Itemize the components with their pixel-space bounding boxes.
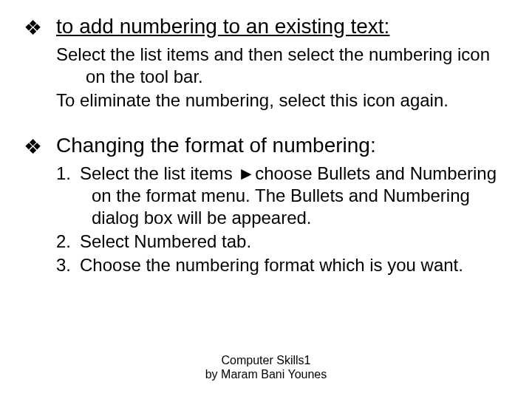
list-number: 3. — [56, 254, 80, 276]
list-item: 2.Select Numbered tab. — [56, 231, 502, 253]
section-heading: to add numbering to an existing text: — [56, 13, 389, 39]
list-item: 1.Select the list items ►choose Bullets … — [56, 163, 502, 229]
numbered-list: 1.Select the list items ►choose Bullets … — [56, 163, 502, 276]
diamond-bullet-icon: ❖ — [22, 18, 43, 38]
slide: ❖ to add numbering to an existing text: … — [0, 0, 532, 399]
list-number: 2. — [56, 231, 80, 253]
diamond-bullet-icon: ❖ — [22, 137, 43, 157]
list-number: 1. — [56, 163, 80, 185]
heading-row: ❖ to add numbering to an existing text: — [22, 13, 502, 39]
list-text: Select the list items ►choose Bullets an… — [80, 163, 497, 228]
section-add-numbering: ❖ to add numbering to an existing text: … — [22, 13, 502, 112]
body-paragraph: Select the list items and then select th… — [56, 44, 502, 88]
list-text: Select Numbered tab. — [80, 231, 251, 251]
section-body: 1.Select the list items ►choose Bullets … — [56, 163, 502, 276]
footer-line-1: Computer Skills1 — [148, 353, 384, 367]
body-paragraph: To eliminate the numbering, select this … — [56, 89, 502, 112]
list-item: 3.Choose the numbering format which is y… — [56, 254, 502, 276]
heading-row: ❖ Changing the format of numbering: — [22, 132, 502, 158]
slide-footer: Computer Skills1 by Maram Bani Younes — [148, 353, 384, 381]
section-change-format: ❖ Changing the format of numbering: 1.Se… — [22, 132, 502, 276]
section-heading: Changing the format of numbering: — [56, 132, 376, 158]
section-body: Select the list items and then select th… — [56, 44, 502, 112]
footer-line-2: by Maram Bani Younes — [148, 367, 384, 381]
list-text: Choose the numbering format which is you… — [80, 255, 463, 275]
